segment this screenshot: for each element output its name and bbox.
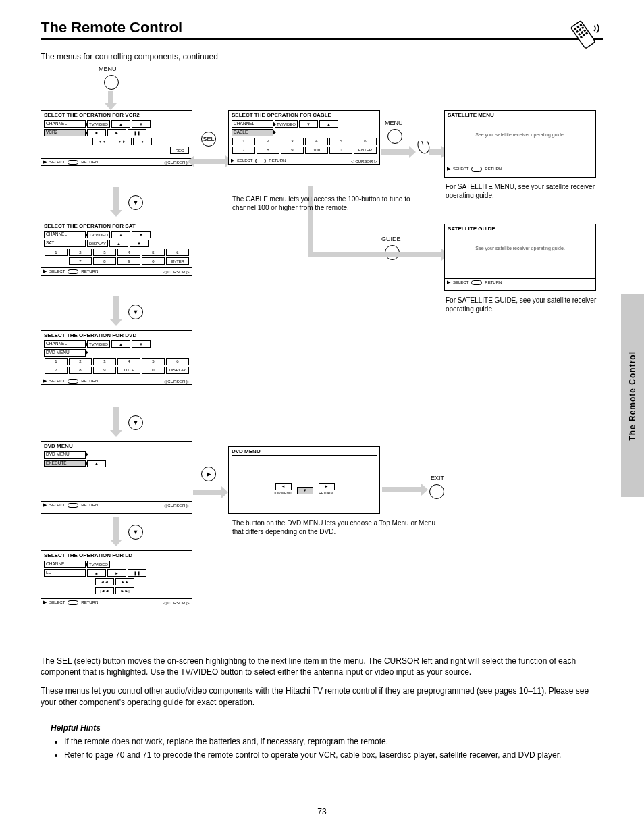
panel-cable: SELECT THE OPERATION FOR CABLE CHANNELTV… xyxy=(228,110,380,165)
down-button-icon-4: ▼ xyxy=(128,525,143,540)
panel-dvd-menu-detail: DVD MENU ◄TOP MENU ▼ ►RETURN xyxy=(228,446,380,514)
tip-item: Refer to page 70 and 71 to precode the r… xyxy=(64,750,593,760)
panel-sat-menu: SATELLITE MENU See your satellite receiv… xyxy=(444,110,596,178)
menu-button-icon xyxy=(104,75,119,90)
page-subtitle: The menus for controlling components, co… xyxy=(41,52,603,61)
remote-icon xyxy=(567,16,603,50)
note-cable: The CABLE menu lets you access the 100-b… xyxy=(232,195,421,212)
side-tab: The Remote Control xyxy=(621,294,644,497)
body-text: The SEL (select) button moves the on-scr… xyxy=(41,656,603,708)
right-button-icon: ▶ xyxy=(201,467,216,481)
exit-button-icon xyxy=(429,484,444,499)
panel-vcr2: SELECT THE OPERATION FOR VCR2 CHANNELTV/… xyxy=(41,110,192,166)
menu-label: MENU xyxy=(99,66,117,72)
down-button-icon: ▼ xyxy=(128,195,143,210)
mouse-icon xyxy=(413,141,431,156)
panel-sat-guide: SATELLITE GUIDE See your satellite recei… xyxy=(444,224,596,291)
tip-item: If the remote does not work, replace the… xyxy=(64,737,593,746)
down-button-icon-3: ▼ xyxy=(128,415,143,430)
svg-point-13 xyxy=(416,141,431,155)
page-title: The Remote Control xyxy=(41,19,182,36)
panel-dvd-menu-left: DVD MENU DVD MENU EXECUTE▲ ▶SELECTRETURN… xyxy=(41,441,192,514)
helpful-hints-box: Helpful Hints If the remote does not wor… xyxy=(41,716,603,771)
down-button-icon-2: ▼ xyxy=(128,305,143,319)
note-sat-guide: For SATELLITE GUIDE, see your satellite … xyxy=(446,296,603,313)
page-number: 73 xyxy=(0,807,644,816)
note-sat-menu: For SATELLITE MENU, see your satellite r… xyxy=(446,183,603,200)
panel-dvd: SELECT THE OPERATION FOR DVD CHANNELTV/V… xyxy=(41,330,192,385)
note-dvd-menu: The button on the DVD MENU lets you choo… xyxy=(232,519,448,536)
menu-button-icon-2 xyxy=(387,129,402,144)
diagram-canvas: MENU SELECT THE OPERATION FOR VCR2 CHANN… xyxy=(41,68,603,656)
sel-button-icon: SEL xyxy=(201,132,216,147)
panel-sat: SELECT THE OPERATION FOR SAT CHANNELTV/V… xyxy=(41,221,192,276)
panel-ld: SELECT THE OPERATION FOR LD CHANNELTV/VI… xyxy=(41,550,192,606)
